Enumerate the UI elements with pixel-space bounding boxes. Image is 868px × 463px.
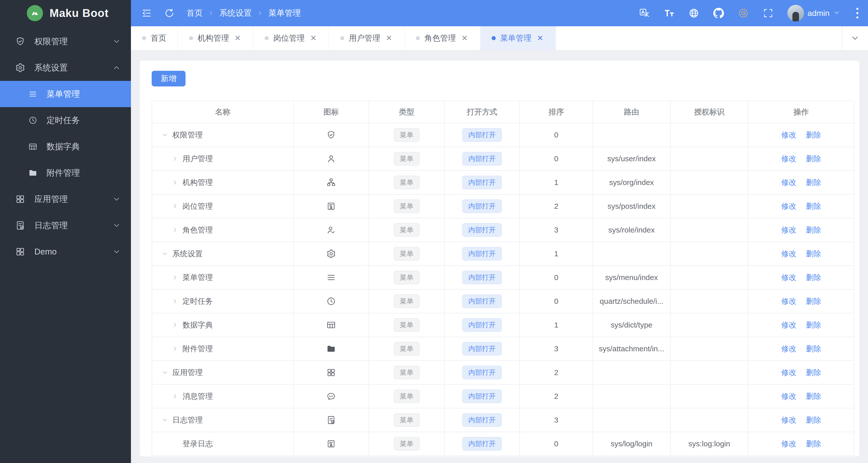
table-row: 权限管理菜单内部打开0修改删除 <box>152 123 854 147</box>
delete-link[interactable]: 删除 <box>806 249 821 258</box>
expand-right-icon[interactable] <box>172 203 179 210</box>
actions-cell: 修改删除 <box>748 147 854 171</box>
tab-item[interactable]: 首页 <box>131 26 178 50</box>
expand-right-icon[interactable] <box>172 321 179 329</box>
collapse-sidebar-icon[interactable] <box>141 7 152 19</box>
tab-close-icon[interactable]: ✕ <box>536 33 545 43</box>
sidebar-item[interactable]: 菜单管理 <box>0 81 131 107</box>
expand-down-icon[interactable] <box>161 250 168 257</box>
tab-label: 角色管理 <box>424 33 456 43</box>
tab-close-icon[interactable]: ✕ <box>309 33 317 43</box>
edit-link[interactable]: 修改 <box>781 154 797 163</box>
delete-link[interactable]: 删除 <box>806 202 821 210</box>
type-tag: 菜单 <box>394 199 420 213</box>
tab-close-icon[interactable]: ✕ <box>234 33 242 43</box>
gitee-icon[interactable] <box>738 7 749 19</box>
delete-link[interactable]: 删除 <box>806 297 821 305</box>
font-size-icon[interactable] <box>663 7 675 19</box>
delete-link[interactable]: 删除 <box>806 392 821 400</box>
edit-link[interactable]: 修改 <box>781 344 797 353</box>
github-icon[interactable] <box>713 7 724 19</box>
delete-link[interactable]: 删除 <box>806 154 821 163</box>
edit-link[interactable]: 修改 <box>781 249 797 258</box>
avatar[interactable] <box>787 5 804 22</box>
actions-cell: 修改删除 <box>748 432 854 456</box>
chevron-right-icon <box>257 10 264 17</box>
sidebar-item[interactable]: 数据字典 <box>0 133 131 160</box>
type-cell: 菜单 <box>369 432 444 456</box>
fullscreen-icon[interactable] <box>763 7 774 19</box>
edit-link[interactable]: 修改 <box>781 297 797 305</box>
delete-link[interactable]: 删除 <box>806 321 821 329</box>
expand-right-icon[interactable] <box>172 226 179 234</box>
sort-cell: 3 <box>520 337 593 361</box>
expand-right-icon[interactable] <box>172 155 179 162</box>
tab-item[interactable]: 用户管理✕ <box>329 26 405 50</box>
actions-cell: 修改删除 <box>748 194 854 218</box>
tab-item[interactable]: 岗位管理✕ <box>253 26 329 50</box>
expand-down-icon[interactable] <box>161 131 168 138</box>
expand-down-icon[interactable] <box>161 369 168 376</box>
tab-close-icon[interactable]: ✕ <box>385 33 393 43</box>
delete-link[interactable]: 删除 <box>806 273 821 282</box>
sidebar-item[interactable]: 日志管理 <box>0 212 131 239</box>
open-cell: 内部打开 <box>444 123 520 147</box>
name-cell: 定时任务 <box>152 289 293 313</box>
tab-active[interactable]: 菜单管理✕ <box>480 26 556 50</box>
delete-link[interactable]: 删除 <box>806 416 821 424</box>
expand-right-icon[interactable] <box>172 393 179 400</box>
sidebar-item-label: 系统设置 <box>34 62 68 73</box>
tab-item[interactable]: 机构管理✕ <box>178 26 253 50</box>
delete-link[interactable]: 删除 <box>806 178 821 187</box>
globe-icon[interactable] <box>688 7 700 19</box>
sidebar-item[interactable]: 权限管理 <box>0 28 131 55</box>
edit-link[interactable]: 修改 <box>781 416 797 424</box>
expand-right-icon[interactable] <box>172 345 179 352</box>
tab-dot-icon <box>142 36 146 40</box>
expand-right-icon[interactable] <box>172 274 179 281</box>
tabs-dropdown-button[interactable] <box>842 26 868 50</box>
route-cell: sys/post/index <box>593 194 670 218</box>
expand-right-icon[interactable] <box>172 179 179 186</box>
edit-link[interactable]: 修改 <box>781 178 797 187</box>
tab-dot-icon <box>265 36 269 40</box>
edit-link[interactable]: 修改 <box>781 131 797 139</box>
edit-link[interactable]: 修改 <box>781 226 797 234</box>
edit-link[interactable]: 修改 <box>781 439 797 448</box>
delete-link[interactable]: 删除 <box>806 368 821 377</box>
edit-link[interactable]: 修改 <box>781 368 797 377</box>
kebab-menu-icon[interactable] <box>854 6 861 20</box>
expand-down-icon[interactable] <box>161 416 168 424</box>
tab-label: 用户管理 <box>349 33 380 43</box>
add-button[interactable]: 新增 <box>152 71 186 86</box>
breadcrumb-item[interactable]: 系统设置 <box>219 7 252 19</box>
sidebar-item[interactable]: Demo <box>0 239 131 265</box>
refresh-icon[interactable] <box>164 7 175 19</box>
edit-link[interactable]: 修改 <box>781 321 797 329</box>
user-menu[interactable]: admin <box>787 5 840 22</box>
edit-link[interactable]: 修改 <box>781 202 797 210</box>
expand-right-icon[interactable] <box>172 298 179 305</box>
edit-link[interactable]: 修改 <box>781 273 797 282</box>
menu-name: 菜单管理 <box>183 272 213 283</box>
route-cell: sys/log/login <box>593 432 670 456</box>
sidebar-item[interactable]: 系统设置 <box>0 55 131 81</box>
top-header: 首页系统设置菜单管理 admin <box>131 0 868 26</box>
delete-link[interactable]: 删除 <box>806 439 821 448</box>
breadcrumb-item[interactable]: 首页 <box>187 7 203 19</box>
sidebar-item[interactable]: 定时任务 <box>0 107 131 133</box>
sidebar-item[interactable]: 应用管理 <box>0 186 131 212</box>
type-cell: 菜单 <box>369 289 444 313</box>
open-type-tag: 内部打开 <box>462 271 502 284</box>
delete-link[interactable]: 删除 <box>806 344 821 353</box>
delete-link[interactable]: 删除 <box>806 131 821 139</box>
sidebar-item[interactable]: 附件管理 <box>0 160 131 186</box>
translate-icon[interactable] <box>639 7 650 19</box>
sidebar-item-label: 菜单管理 <box>46 88 80 100</box>
page-content: 新增 名称图标类型打开方式排序路由授权标识操作 权限管理菜单内部打开0修改删除用… <box>131 51 868 463</box>
tab-item[interactable]: 角色管理✕ <box>405 26 480 50</box>
content-card: 新增 名称图标类型打开方式排序路由授权标识操作 权限管理菜单内部打开0修改删除用… <box>140 61 859 456</box>
tab-close-icon[interactable]: ✕ <box>460 33 469 43</box>
edit-link[interactable]: 修改 <box>781 392 797 400</box>
delete-link[interactable]: 删除 <box>806 226 821 234</box>
